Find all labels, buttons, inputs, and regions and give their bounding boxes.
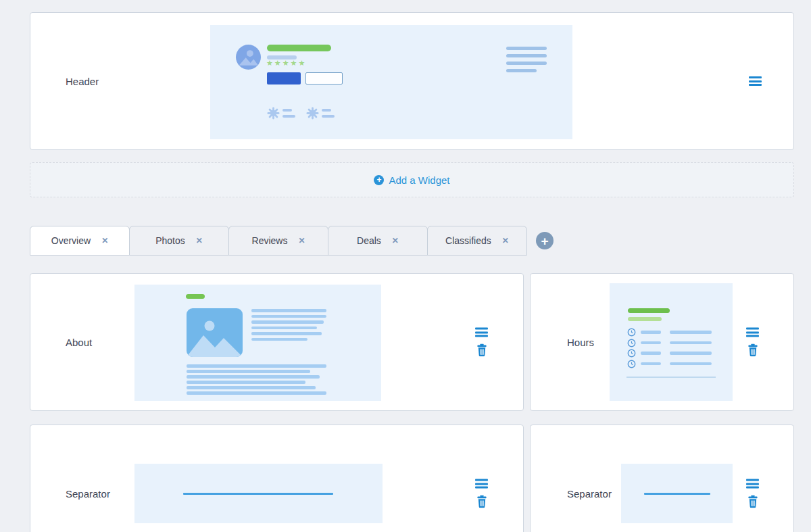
tab-label: Photos [155, 235, 185, 246]
title-placeholder-bar [267, 45, 331, 51]
close-icon[interactable]: ✕ [392, 236, 399, 245]
widget-label: Separator [66, 488, 110, 500]
hours-rows [627, 328, 712, 370]
about-widget-preview [134, 285, 381, 401]
tab-deals[interactable]: Deals ✕ [328, 226, 428, 256]
about-widget-card: About [30, 273, 524, 411]
add-widget-button[interactable]: + Add a Widget [30, 162, 794, 197]
separator-line [183, 493, 333, 495]
avatar [236, 45, 261, 70]
header-widget-preview: ★★★★★ [210, 25, 572, 139]
hours-widget-preview [610, 283, 733, 401]
separator-widget-preview [621, 464, 733, 523]
trash-icon[interactable] [747, 495, 758, 508]
card-actions [746, 479, 759, 508]
gear-icon [267, 107, 280, 120]
feature-item [306, 107, 335, 120]
separator-widget-preview [134, 464, 383, 523]
plus-circle-icon: + [374, 175, 384, 185]
divider-line [626, 377, 716, 378]
hamburger-icon[interactable] [746, 479, 759, 489]
hamburger-icon[interactable] [749, 76, 762, 86]
plus-icon: + [541, 235, 548, 247]
clock-icon [627, 349, 636, 358]
hamburger-icon[interactable] [746, 328, 759, 337]
separator-widget-card: Separator [530, 425, 794, 532]
hamburger-icon[interactable] [475, 479, 488, 489]
gear-icon [306, 107, 319, 120]
separator-widget-card: Separator [30, 425, 524, 532]
separator-line [644, 493, 710, 495]
widget-label: Separator [567, 488, 612, 500]
header-widget-card: Header ★★★★★ [30, 12, 794, 150]
trash-icon[interactable] [476, 495, 487, 508]
title-bar [628, 308, 670, 313]
card-actions [749, 76, 762, 86]
close-icon[interactable]: ✕ [196, 236, 203, 245]
add-tab-button[interactable]: + [536, 232, 554, 249]
tab-label: Overview [51, 235, 91, 246]
tab-label: Classifieds [445, 235, 491, 246]
tab-classifieds[interactable]: Classifieds ✕ [427, 226, 527, 256]
tab-bar: Overview ✕ Photos ✕ Reviews ✕ Deals ✕ Cl… [30, 226, 554, 256]
feature-item [267, 107, 295, 120]
widget-builder-page: { "header_card": { "label": "Header" }, … [0, 0, 811, 532]
close-icon[interactable]: ✕ [101, 236, 108, 245]
hamburger-icon[interactable] [475, 328, 488, 337]
widget-label: Hours [567, 337, 594, 348]
add-widget-label: Add a Widget [389, 174, 449, 186]
card-actions [746, 328, 759, 357]
close-icon[interactable]: ✕ [502, 236, 509, 245]
hours-row [627, 349, 712, 358]
trash-icon[interactable] [476, 344, 487, 357]
trash-icon[interactable] [747, 344, 758, 357]
tab-reviews[interactable]: Reviews ✕ [228, 226, 328, 256]
text-lines-placeholder [251, 309, 326, 341]
widget-label: About [66, 337, 92, 348]
image-placeholder-icon [187, 308, 243, 357]
card-actions [475, 328, 488, 357]
hours-row [627, 328, 712, 337]
tab-label: Deals [357, 235, 381, 246]
hours-row [627, 339, 712, 347]
tab-label: Reviews [252, 235, 288, 246]
hours-widget-card: Hours [530, 273, 794, 411]
card-actions [475, 479, 488, 508]
secondary-button-placeholder [305, 72, 343, 84]
widget-label: Header [66, 76, 99, 87]
subtitle-bar [628, 317, 662, 321]
tab-overview[interactable]: Overview ✕ [30, 226, 130, 256]
primary-button-placeholder [267, 72, 301, 84]
clock-icon [627, 328, 636, 337]
clock-icon [627, 339, 636, 347]
tab-photos[interactable]: Photos ✕ [129, 226, 229, 256]
star-rating-icon: ★★★★★ [266, 59, 306, 68]
close-icon[interactable]: ✕ [298, 236, 305, 245]
hours-row [627, 360, 712, 368]
clock-icon [627, 360, 636, 368]
paragraph-lines-placeholder [187, 364, 326, 395]
section-title-bar [186, 294, 205, 299]
text-lines-placeholder [506, 47, 547, 72]
